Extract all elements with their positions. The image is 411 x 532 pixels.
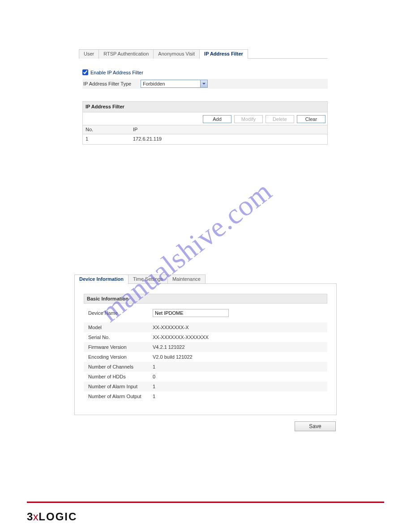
info-row: Model XX-XXXXXXX-X [84, 322, 327, 332]
tab-device-info[interactable]: Device Information [74, 275, 128, 284]
logo-x: x [33, 511, 39, 523]
tab-row-2: Device Information Time Settings Mainten… [74, 275, 337, 284]
info-row: Number of Alarm Input 1 [84, 382, 327, 391]
info-value: 1 [153, 384, 155, 389]
basic-info-header: Basic Information [84, 294, 327, 304]
info-value: XX-XXXXXXX-XXXXXXX [153, 335, 209, 340]
info-label: Number of HDDs [88, 374, 153, 379]
ip-filter-button-row: Add Modify Delete Clear [82, 112, 328, 125]
info-row: Number of Channels 1 [84, 362, 327, 372]
tab-row: User RTSP Authentication Anonymous Visit… [79, 49, 328, 59]
footer-logo: 3xLOGIC [27, 511, 77, 523]
tab-anon[interactable]: Anonymous Visit [153, 49, 200, 59]
enable-ip-filter-checkbox[interactable] [82, 69, 88, 75]
svg-marker-0 [202, 83, 206, 85]
tab-time-settings[interactable]: Time Settings [128, 275, 168, 284]
cell-ip: 172.6.21.119 [133, 136, 327, 144]
info-label: Firmware Version [88, 344, 153, 350]
info-value: 0 [153, 374, 155, 379]
enable-ip-filter-label: Enable IP Address Filter [90, 70, 143, 75]
logo-3: 3 [27, 511, 33, 523]
info-row: Number of HDDs 0 [84, 372, 327, 382]
filter-type-select[interactable]: Forbidden [141, 80, 208, 88]
col-ip: IP [133, 127, 327, 134]
info-label: Serial No. [88, 335, 153, 340]
logo-logic: LOGIC [39, 511, 77, 523]
info-label: Model [88, 325, 153, 330]
info-row: Serial No. XX-XXXXXXX-XXXXXXX [84, 332, 327, 342]
filter-type-value: Forbidden [143, 81, 165, 86]
info-label: Number of Alarm Output [88, 394, 153, 399]
device-info-panel: Device Information Time Settings Mainten… [74, 275, 337, 431]
info-value: XX-XXXXXXX-X [153, 325, 189, 330]
ip-filter-panel: User RTSP Authentication Anonymous Visit… [79, 49, 328, 145]
info-row: Firmware Version V4.2.1 121022 [84, 342, 327, 352]
info-row: Number of Alarm Output 1 [84, 391, 327, 401]
table-header: No. IP [83, 125, 327, 134]
cell-no: 1 [83, 136, 133, 144]
info-value: 1 [153, 364, 155, 369]
footer-divider [27, 502, 384, 503]
tab-maintenance[interactable]: Maintenance [167, 275, 206, 284]
device-name-input[interactable] [153, 309, 229, 317]
info-row: Encoding Version V2.0 build 121022 [84, 352, 327, 362]
device-name-label: Device Name [88, 310, 153, 316]
tab-user[interactable]: User [79, 49, 99, 59]
info-label: Number of Alarm Input [88, 384, 153, 389]
info-label: Number of Channels [88, 364, 153, 369]
delete-button[interactable]: Delete [265, 115, 294, 123]
chevron-down-icon [200, 80, 207, 87]
filter-type-label: IP Address Filter Type [83, 81, 141, 86]
info-value: V4.2.1 121022 [153, 344, 185, 350]
ip-filter-section-header: IP Address Filter [82, 101, 328, 112]
col-no: No. [83, 127, 133, 134]
add-button[interactable]: Add [203, 115, 231, 123]
save-button[interactable]: Save [295, 421, 336, 431]
ip-filter-table: No. IP 1 172.6.21.119 [82, 125, 328, 145]
clear-button[interactable]: Clear [297, 115, 325, 123]
device-name-row: Device Name [84, 308, 327, 318]
modify-button[interactable]: Modify [234, 115, 263, 123]
info-label: Encoding Version [88, 354, 153, 360]
table-row[interactable]: 1 172.6.21.119 [83, 134, 327, 144]
tab-ip-filter[interactable]: IP Address Filter [199, 49, 248, 59]
info-value: V2.0 build 121022 [153, 354, 193, 360]
tab-rtsp[interactable]: RTSP Authentication [98, 49, 154, 59]
info-value: 1 [153, 394, 155, 399]
